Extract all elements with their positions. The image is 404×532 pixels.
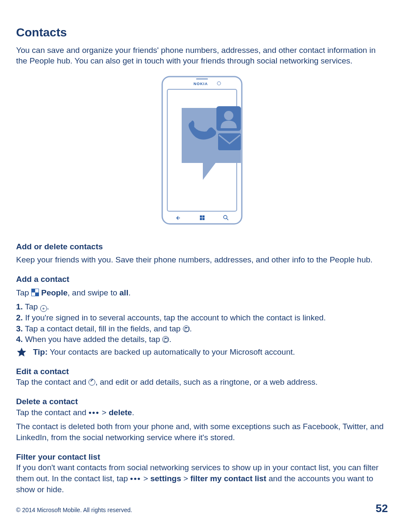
svg-line-8: [227, 218, 228, 220]
svg-point-10: [224, 111, 233, 120]
tip-text: Tip: Your contacts are backed up automat…: [33, 347, 295, 358]
edit-contact-heading: Edit a contact: [16, 366, 388, 377]
txt: Tap a contact detail, fill in the fields…: [23, 324, 183, 333]
svg-point-2: [217, 82, 221, 85]
txt: .: [190, 324, 192, 333]
txt: .: [132, 408, 134, 417]
add-contact-heading: Add a contact: [16, 274, 388, 285]
delete-label: delete: [109, 408, 132, 417]
add-delete-heading: Add or delete contacts: [16, 241, 388, 252]
txt: Tap: [16, 288, 31, 297]
svg-rect-3: [196, 78, 208, 80]
all-label: all: [119, 288, 128, 297]
svg-rect-11: [218, 133, 241, 150]
tip-row: Tip: Your contacts are backed up automat…: [16, 347, 388, 358]
txt: >: [141, 474, 150, 483]
txt: .: [128, 288, 130, 297]
phone-brand-label: NOKIA: [194, 82, 208, 86]
save-circle-icon: [183, 325, 190, 332]
txt: Your contacts are backed up automaticall…: [47, 347, 295, 356]
txt: .: [169, 335, 171, 344]
txt: Tap the contact and: [16, 378, 89, 386]
people-label: People: [41, 288, 67, 297]
windows-icon: [200, 215, 205, 220]
intro-text: You can save and organize your friends' …: [16, 45, 388, 66]
txt: >: [100, 408, 109, 417]
delete-contact-heading: Delete a contact: [16, 396, 388, 407]
delete-contact-line: Tap the contact and ••• > delete.: [16, 407, 388, 418]
tip-label: Tip:: [33, 347, 47, 356]
save-circle-icon: [162, 336, 169, 343]
svg-rect-7: [202, 218, 205, 220]
filter-label: filter my contact list: [190, 474, 266, 483]
filter-heading: Filter your contact list: [16, 452, 388, 463]
step-num: 2.: [16, 313, 23, 322]
settings-label: settings: [150, 474, 181, 483]
step-num: 1.: [16, 302, 23, 311]
txt: Tap the contact and: [16, 408, 89, 417]
edit-contact-body: Tap the contact and , and edit or add de…: [16, 377, 388, 388]
page-title: Contacts: [16, 25, 388, 41]
copyright-text: © 2014 Microsoft Mobile. All rights rese…: [16, 506, 132, 514]
star-icon: [16, 347, 27, 358]
add-contact-line: Tap People, and swipe to all.: [16, 287, 388, 298]
phone-illustration: NOKIA: [16, 74, 388, 229]
txt: Tap: [23, 302, 40, 311]
steps-list: 1. Tap +. 2. If you're signed in to seve…: [16, 301, 388, 345]
step-num: 3.: [16, 324, 23, 333]
filter-body: If you don't want contacts from social n…: [16, 462, 388, 495]
txt: When you have added the details, tap: [23, 335, 163, 344]
svg-rect-5: [202, 215, 205, 218]
step-num: 4.: [16, 335, 23, 344]
page-number: 52: [376, 501, 388, 516]
more-dots-icon: •••: [89, 408, 100, 417]
add-delete-body: Keep your friends with you. Save their p…: [16, 254, 388, 265]
txt: If you're signed in to several accounts,…: [23, 313, 326, 322]
people-tile-icon: [31, 289, 39, 296]
svg-rect-4: [200, 215, 202, 218]
txt: .: [47, 302, 49, 311]
delete-contact-body: The contact is deleted both from your ph…: [16, 421, 388, 443]
search-icon: [224, 215, 227, 219]
svg-rect-6: [200, 218, 202, 220]
plus-circle-icon: +: [40, 305, 47, 312]
txt: , and swipe to: [68, 288, 120, 297]
edit-circle-icon: [89, 379, 95, 386]
page-footer: © 2014 Microsoft Mobile. All rights rese…: [16, 501, 388, 516]
txt: >: [181, 474, 191, 483]
back-icon: [177, 216, 180, 220]
txt: , and edit or add details, such as a rin…: [95, 378, 318, 386]
more-dots-icon: •••: [130, 474, 141, 483]
